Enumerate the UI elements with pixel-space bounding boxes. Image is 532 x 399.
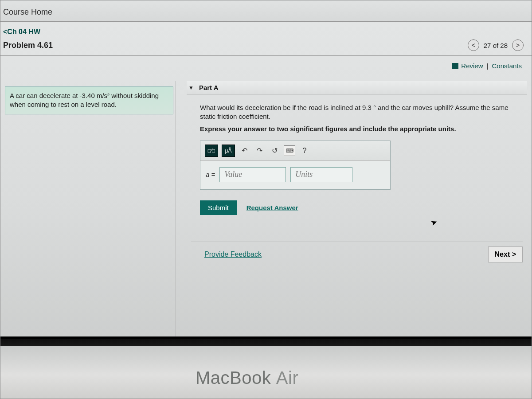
equation-toolbar: □⁄□ μÅ ↶ ↷ ↺ ⌨ ? [200, 141, 390, 161]
redo-icon[interactable]: ↷ [254, 145, 265, 156]
answer-column: ▼ Part A What would its deceleration be … [187, 81, 527, 312]
part-label: Part A [199, 84, 219, 91]
prev-problem-button[interactable]: < [468, 39, 479, 51]
footer-row: Provide Feedback Next > [191, 242, 523, 262]
chapter-hw-link[interactable]: <Ch 04 HW [0, 22, 532, 38]
review-separator: | [486, 62, 489, 70]
submit-row: Submit Request Answer [200, 200, 527, 215]
keyboard-icon[interactable]: ⌨ [284, 145, 295, 156]
problem-stem: A car can decelerate at -3.40 m/s² witho… [5, 86, 173, 114]
question-block: What would its deceleration be if the ro… [187, 101, 527, 198]
laptop-bezel: MacBook Air [0, 336, 532, 399]
answer-box: □⁄□ μÅ ↶ ↷ ↺ ⌨ ? a = [200, 141, 391, 190]
help-icon[interactable]: ? [299, 145, 310, 156]
part-header[interactable]: ▼ Part A [187, 81, 527, 94]
undo-icon[interactable]: ↶ [239, 145, 250, 156]
reset-icon[interactable]: ↺ [269, 145, 280, 156]
course-home-link[interactable]: Course Home [0, 0, 532, 22]
submit-button[interactable]: Submit [200, 200, 237, 215]
templates-tool-icon[interactable]: □⁄□ [205, 145, 218, 157]
provide-feedback-link[interactable]: Provide Feedback [204, 250, 262, 258]
answer-input-row: a = [200, 161, 390, 189]
symbols-tool-icon[interactable]: μÅ [222, 145, 235, 157]
problem-header-row: Problem 4.61 < 27 of 28 > [0, 38, 532, 56]
laptop-model-label: MacBook Air [196, 368, 298, 388]
next-button[interactable]: Next > [488, 246, 523, 262]
problem-nav: < 27 of 28 > [468, 39, 524, 51]
review-bar: Review | Constants [0, 56, 532, 72]
content-area: A car can decelerate at -3.40 m/s² witho… [0, 72, 532, 312]
next-problem-button[interactable]: > [512, 39, 524, 51]
question-text: What would its deceleration be if the ro… [200, 103, 521, 121]
answer-instruction: Express your answer to two significant f… [200, 125, 521, 133]
constants-link[interactable]: Constants [492, 62, 522, 70]
problem-counter: 27 of 28 [484, 42, 508, 49]
variable-label: a = [206, 171, 215, 178]
request-answer-link[interactable]: Request Answer [246, 204, 298, 211]
problem-title: Problem 4.61 [3, 41, 53, 50]
flag-icon[interactable] [452, 63, 458, 69]
value-input[interactable] [219, 167, 286, 182]
review-link[interactable]: Review [461, 62, 483, 70]
collapse-icon[interactable]: ▼ [188, 85, 194, 91]
problem-stem-column: A car can decelerate at -3.40 m/s² witho… [5, 81, 173, 312]
units-input[interactable] [290, 167, 352, 182]
